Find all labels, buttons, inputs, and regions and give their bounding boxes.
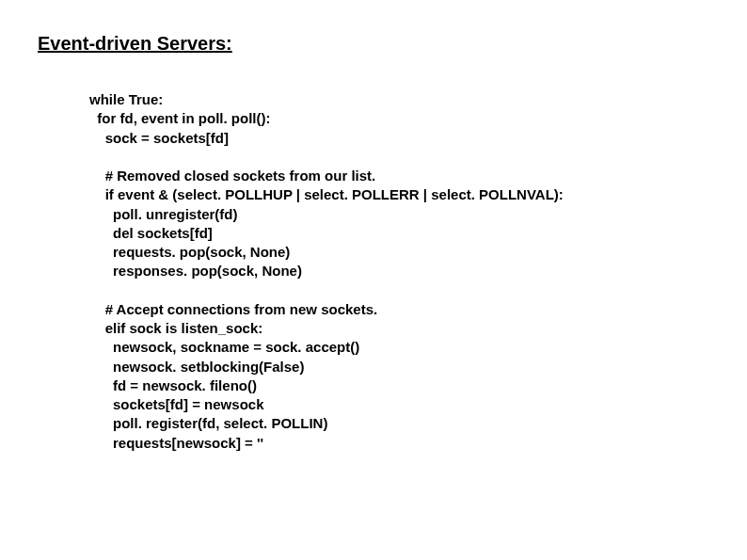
code-line: newsock, sockname = sock. accept() xyxy=(89,339,359,355)
code-line: requests. pop(sock, None) xyxy=(89,244,290,260)
code-line: newsock. setblocking(False) xyxy=(89,359,304,375)
code-line: responses. pop(sock, None) xyxy=(89,263,302,279)
code-line: # Accept connections from new sockets. xyxy=(89,301,377,317)
code-line: elif sock is listen_sock: xyxy=(89,320,262,336)
code-line: requests[newsock] = '' xyxy=(89,435,263,451)
code-line: sock = sockets[fd] xyxy=(89,130,229,146)
code-line: poll. register(fd, select. POLLIN) xyxy=(89,415,327,431)
code-line: fd = newsock. fileno() xyxy=(89,377,257,393)
code-line: sockets[fd] = newsock xyxy=(89,396,263,412)
page-title: Event-driven Servers: xyxy=(38,33,709,55)
code-line: if event & (select. POLLHUP | select. PO… xyxy=(89,186,564,202)
code-line: while True: xyxy=(89,91,163,107)
code-block: while True: for fd, event in poll. poll(… xyxy=(38,90,709,453)
code-line: del sockets[fd] xyxy=(89,225,213,241)
code-line: poll. unregister(fd) xyxy=(89,206,238,222)
code-line: # Removed closed sockets from our list. xyxy=(89,168,375,184)
code-line: for fd, event in poll. poll(): xyxy=(89,110,270,126)
